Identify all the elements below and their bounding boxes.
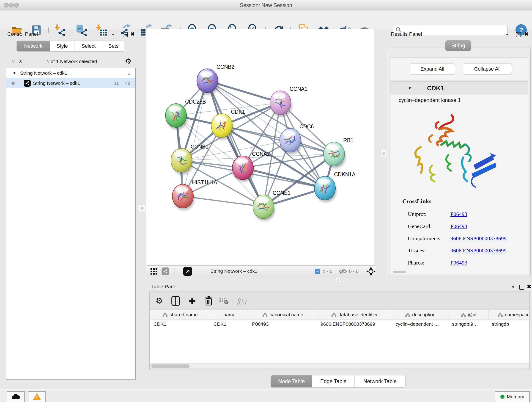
tab-network[interactable]: Network [17,41,50,51]
node-CDC25B[interactable]: CDC25B [165,99,206,130]
crosslink-link[interactable]: 9606.ENSP00000378699 [450,248,507,254]
node-label: CDC6 [299,123,314,129]
node-CDKN1A[interactable]: CDKN1A [314,172,355,202]
network-canvas[interactable]: CCNB2CCNA1CDC25BCDK1CDC6RB1CCNB1CCNA2CDK… [146,29,374,265]
crosslink-label: GeneCard: [408,223,450,230]
column-header-description[interactable]: description [392,310,449,319]
window-titlebar: Session: New Session [0,0,532,11]
birdseye-view-icon[interactable] [366,267,375,276]
panel-menu-caret[interactable]: ▼ [111,32,115,36]
network-collection-row[interactable]: ▼ String Network – cdk1 1 [6,68,135,78]
node-HIST1H1A[interactable]: HIST1H1A [172,179,217,211]
column-header-canonical-name[interactable]: canonical name [249,310,317,319]
crosslink-link[interactable]: P06493 [450,260,467,266]
crosslink-link[interactable]: P06493 [450,223,467,230]
main-toolbar: ? [0,11,532,29]
warnings-button[interactable] [28,391,46,402]
network-edge[interactable] [207,81,264,207]
panel-float-button[interactable] [516,32,521,37]
crosslink-row: Pharos:P06493 [408,257,522,269]
crosslink-row: Tissues:9606.ENSP00000378699 [408,245,522,257]
function-builder-button[interactable]: f(x) [234,295,250,306]
toolbar-divider [175,268,175,275]
right-splitter-handle[interactable] [380,150,386,156]
expand-all-networks-icon[interactable]: « [17,60,24,63]
column-header-shared-name[interactable]: shared name [150,310,210,319]
gene-entry-caret-icon[interactable]: ▼ [408,86,412,91]
grid-view-icon[interactable] [151,268,157,275]
network-options-gear-icon[interactable]: ⚙ [125,57,132,65]
memory-button[interactable]: Memory [495,391,530,402]
import-network-database-button[interactable] [76,24,88,36]
table-cell: 9606.ENSP00000378699 [317,319,392,329]
collection-caret-icon[interactable]: ▼ [13,71,16,75]
gene-entry-header[interactable]: ▼ CDK1 [390,82,528,95]
results-tab-string[interactable]: String [445,40,471,51]
node-CCNA1[interactable]: CCNA1 [270,86,307,117]
memory-label: Memory [507,394,524,400]
node-label: CCNB2 [216,64,234,70]
node-CDK1[interactable]: CDK1 [211,109,245,140]
network-edge[interactable] [183,196,264,207]
crosslink-label: Tissues: [408,248,450,254]
column-header-namespace[interactable]: namespace [489,310,529,319]
import-table-file-button[interactable] [95,24,108,36]
tab-style[interactable]: Style [50,41,75,51]
panel-close-button[interactable]: ✖ [131,31,135,37]
tab-node-table[interactable]: Node Table [271,375,312,387]
left-splitter-handle[interactable] [139,204,145,211]
column-namespace-icon [498,313,503,317]
table-cell: cyclin–dependent … [392,319,449,329]
table-hscrollbar[interactable] [150,364,529,368]
crosslink-label: Pharos: [408,260,450,266]
node-label: CCNA2 [252,151,270,157]
table-panel-tabs: Node TableEdge TableNetwork Table [271,375,405,388]
network-row[interactable]: String Network – cdk1 11 48 [6,78,135,88]
column-namespace-icon [405,313,410,317]
crosslink-row: Compartments:9606.ENSP00000378699 [408,232,522,245]
plus-icon: ✚ [189,296,196,306]
column-namespace-icon [163,313,167,317]
show-columns-button[interactable] [170,295,181,306]
table-options-button[interactable]: ⚙ [154,295,165,306]
panel-close-button[interactable]: ✖ [524,31,528,37]
column-header-name[interactable]: name [210,310,249,319]
table-row[interactable]: CDK1CDK1P064939606.ENSP00000378699cyclin… [150,319,529,329]
node-CCNB2[interactable]: CCNB2 [197,64,234,95]
create-column-button[interactable]: ✚ [187,295,198,306]
network-edge[interactable] [183,81,207,196]
column-header-database-identifier[interactable]: database identifier [317,310,392,319]
bottom-splitter-handle[interactable] [335,278,341,283]
crosslink-link[interactable]: 9606.ENSP00000378699 [450,235,507,242]
tab-edge-table[interactable]: Edge Table [312,375,355,387]
column-header--id[interactable]: @id [449,310,489,319]
panel-float-button[interactable] [123,32,128,37]
table-hscroll-thumb[interactable] [151,364,190,368]
panel-menu-caret[interactable]: ▼ [505,32,509,36]
results-panel-title: Results Panel [391,31,422,37]
import-network-file-button[interactable] [54,24,66,36]
delete-table-button[interactable] [218,295,229,306]
panel-menu-caret[interactable]: ▼ [511,285,515,289]
crosslink-link[interactable]: P06493 [450,211,467,217]
expand-all-button[interactable]: Expand All [410,63,455,75]
crosslinks-list: Uniprot:P06493GeneCard:P06493Compartment… [408,208,522,269]
crosslink-label: Compartments: [408,235,450,242]
cloud-status-button[interactable] [7,391,25,402]
crosslink-label: Uniprot: [408,211,450,217]
panel-close-button[interactable]: ✖ [527,284,531,290]
selected-nodes-edges-count: 1 - 0 [323,269,332,274]
node-RB1[interactable]: RB1 [323,137,354,168]
selected-count-checkbox[interactable]: ✓ [315,269,320,274]
delete-column-button[interactable] [203,295,214,306]
collapse-all-networks-icon[interactable]: « [9,60,17,63]
node-label: CDK1 [231,109,245,115]
panel-float-button[interactable] [519,285,524,290]
tab-select[interactable]: Select [75,41,103,51]
string-view-icon[interactable] [162,268,169,275]
detach-view-icon[interactable]: ↗ [183,267,192,276]
results-hscroll-thumb[interactable] [393,271,406,273]
collapse-all-button[interactable]: Collapse All [463,63,512,75]
tab-sets[interactable]: Sets [103,41,124,51]
tab-network-table[interactable]: Network Table [355,375,405,387]
